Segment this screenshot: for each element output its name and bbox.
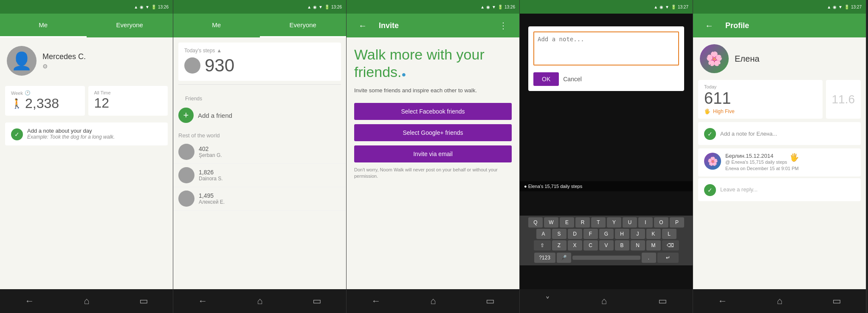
phone-panel-4: ▲ ◉ ▼ 🔋 13:27 OK Cancel ● Elena's 15,715… [520,0,693,313]
home-button-3[interactable]: ⌂ [422,292,444,310]
tab-everyone-1[interactable]: Everyone [87,14,173,37]
friend-row-2[interactable]: 1,495 Алексей Е. [173,187,346,211]
key-shift[interactable]: ⇧ [534,240,551,250]
recent-button-5[interactable]: ▭ [824,292,850,310]
key-k[interactable]: K [646,229,661,239]
bottom-nav-2: ← ⌂ ▭ [173,289,346,313]
back-button-3[interactable]: ← [363,292,389,310]
note-dialog: OK Cancel [528,26,684,91]
home-button-5[interactable]: ⌂ [768,292,791,310]
key-b[interactable]: B [615,240,629,250]
add-friend-icon[interactable]: + [178,108,194,123]
key-x[interactable]: X [568,240,582,250]
back-button-4[interactable]: ˅ [537,292,558,310]
key-space[interactable] [572,256,640,260]
back-button-1[interactable]: ← [16,292,42,310]
key-r[interactable]: R [575,217,590,228]
email-invite-button[interactable]: Invite via email [354,145,512,162]
facebook-friends-button[interactable]: Select Facebook friends [354,103,512,120]
profile-section: 👤 Mercedes C. ⚙ [0,37,173,83]
friend-avatar-1 [178,167,194,183]
reply-row[interactable]: ✓ Leave a reply... [698,178,861,201]
cancel-button[interactable]: Cancel [563,76,582,83]
feed-hand-icon[interactable]: 🖐 [789,153,799,162]
note-textarea[interactable] [533,31,679,65]
home-button-2[interactable]: ⌂ [248,292,271,310]
side-number: 11.6 [826,80,861,119]
back-button-2[interactable]: ← [189,292,216,310]
key-backspace[interactable]: ⌫ [662,240,679,250]
world-section-label: Rest of the world [173,128,346,140]
recent-button-3[interactable]: ▭ [477,292,503,310]
settings-icon[interactable]: ⚙ [42,63,86,70]
key-i[interactable]: I [638,217,653,228]
note-section[interactable]: ✓ Add a note about your day Example: Too… [5,122,168,145]
key-j[interactable]: J [631,229,645,239]
key-n[interactable]: N [631,240,645,250]
reply-text: Leave a reply... [720,186,758,193]
key-num[interactable]: ?123 [534,253,555,263]
friend-row-0[interactable]: 402 Şerban G. [173,140,346,164]
tab-me-2[interactable]: Me [173,14,260,37]
key-z[interactable]: Z [552,240,566,250]
ok-button[interactable]: OK [533,72,559,86]
feed-sub2: Елена on December 15 at 9:01 PM [725,165,799,172]
menu-icon-3[interactable]: ⋮ [494,20,513,31]
key-m[interactable]: M [646,240,661,250]
bottom-nav-3: ← ⌂ ▭ [347,289,519,313]
back-nav-5[interactable]: ← [700,21,719,31]
key-e[interactable]: E [560,217,574,228]
keyboard: Q W E R T Y U I O P A S D F G H J K L [520,216,693,265]
walk-icon: 🚶 [11,98,23,109]
key-d[interactable]: D [568,229,582,239]
google-friends-button[interactable]: Select Google+ friends [354,124,512,141]
back-nav-3[interactable]: ← [353,21,372,31]
key-a[interactable]: A [536,229,551,239]
add-friend-row[interactable]: + Add a friend [178,104,341,126]
recent-button-2[interactable]: ▭ [304,292,330,310]
signal-icon-3: ▲ [480,5,485,9]
key-h[interactable]: H [615,229,629,239]
note-add-row[interactable]: ✓ Add a note for Елена... [698,122,861,145]
recent-button-4[interactable]: ▭ [650,292,676,310]
battery-icon-3: 🔋 [498,5,503,9]
tab-row-1: Me Everyone [0,14,173,37]
tab-everyone-2[interactable]: Everyone [260,14,347,37]
today-label-5: Today [704,84,817,89]
key-q[interactable]: Q [528,217,543,228]
key-y[interactable]: Y [607,217,621,228]
key-c[interactable]: C [583,240,598,250]
stats-section: Week 🕐 🚶 2,338 All Time 12 [0,83,173,119]
home-button-4[interactable]: ⌂ [593,292,615,310]
key-p[interactable]: P [670,217,684,228]
highfive-row: 🖐 High Five [704,108,817,114]
invite-headline: Walk more with your friends.● [354,46,512,81]
status-icons-4: ▲ ◉ ▼ 🔋 13:27 [654,5,688,9]
home-button-1[interactable]: ⌂ [75,292,98,310]
recent-button-1[interactable]: ▭ [131,292,157,310]
key-o[interactable]: O [654,217,668,228]
bottom-nav-1: ← ⌂ ▭ [0,289,173,313]
key-l[interactable]: L [662,229,676,239]
phone-panel-1: ▲ ◉ ▼ 🔋 13:26 Me Everyone 👤 Mercedes C. … [0,0,173,313]
key-w[interactable]: W [544,217,558,228]
key-mic[interactable]: 🎤 [557,253,571,263]
time-display-3: 13:26 [504,5,515,9]
back-button-5[interactable]: ← [709,292,736,310]
friend-avatar-2 [178,191,194,207]
today-value-5: 611 [704,89,817,108]
key-t[interactable]: T [591,217,606,228]
key-v[interactable]: V [599,240,614,250]
key-s[interactable]: S [552,229,566,239]
alltime-label: All Time [94,90,162,95]
key-enter[interactable]: ↵ [657,253,679,263]
friend-row-1[interactable]: 1,826 Dainora S. [173,164,346,187]
tab-me-1[interactable]: Me [0,14,87,37]
avatar: 👤 [7,46,37,76]
key-g[interactable]: G [599,229,614,239]
divider-1 [178,84,341,85]
key-period[interactable]: . [642,253,656,263]
key-f[interactable]: F [583,229,598,239]
key-u[interactable]: U [623,217,637,228]
status-icons-3: ▲ ◉ ▼ 🔋 13:26 [480,5,515,9]
